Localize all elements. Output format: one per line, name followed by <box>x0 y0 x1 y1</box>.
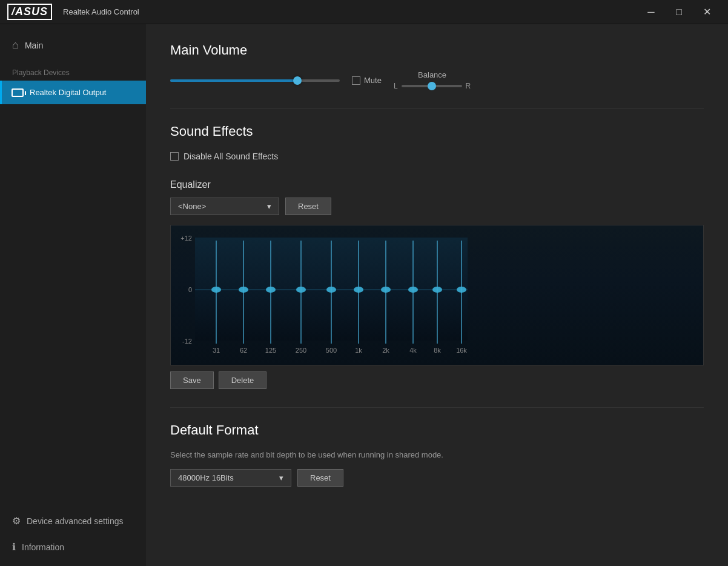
balance-slider-track[interactable] <box>402 85 462 87</box>
svg-point-21 <box>381 287 391 293</box>
asus-logo-text: /ASUS <box>7 4 52 20</box>
info-icon: ℹ <box>12 541 16 553</box>
svg-text:16k: 16k <box>456 347 467 354</box>
svg-text:2k: 2k <box>382 347 389 354</box>
main-volume-section: Main Volume Mute Balance L <box>170 42 704 90</box>
svg-point-18 <box>296 287 306 293</box>
chevron-down-icon-format: ▾ <box>279 473 283 482</box>
svg-point-20 <box>354 287 363 293</box>
sidebar-item-information[interactable]: ℹ Information <box>0 534 146 560</box>
sidebar-main-label: Main <box>25 41 43 50</box>
balance-group: Balance L R <box>394 70 471 90</box>
balance-track-row: L R <box>394 82 471 90</box>
svg-text:250: 250 <box>296 347 306 354</box>
default-format-description: Select the sample rate and bit depth to … <box>170 450 704 459</box>
sidebar-bottom: ⚙ Device advanced settings ℹ Information <box>0 508 146 566</box>
volume-row: Mute Balance L R <box>170 70 704 90</box>
minimize-button[interactable]: ─ <box>637 3 665 21</box>
default-format-title: Default Format <box>170 422 704 438</box>
sidebar-item-main[interactable]: ⌂ Main <box>0 30 146 60</box>
balance-title: Balance <box>394 70 471 79</box>
format-row: 48000Hz 16Bits ▾ Reset <box>170 469 704 487</box>
eq-save-button[interactable]: Save <box>170 371 214 389</box>
svg-text:4k: 4k <box>409 347 417 354</box>
sidebar-item-realtek-digital-output[interactable]: Realtek Digital Output <box>0 81 146 104</box>
main-content: Main Volume Mute Balance L <box>146 24 728 566</box>
main-volume-title: Main Volume <box>170 42 704 58</box>
app-title: Realtek Audio Control <box>63 7 139 16</box>
equalizer-title: Equalizer <box>170 179 704 190</box>
eq-chart: +12 0 -12 <box>170 225 704 365</box>
format-dropdown[interactable]: 48000Hz 16Bits ▾ <box>170 469 291 487</box>
chevron-down-icon: ▾ <box>267 202 271 211</box>
balance-slider-thumb[interactable] <box>428 82 436 90</box>
svg-point-19 <box>326 287 336 293</box>
svg-point-22 <box>408 287 418 293</box>
device-label: Realtek Digital Output <box>30 88 106 97</box>
svg-point-16 <box>239 287 248 293</box>
volume-slider-thumb[interactable] <box>293 76 302 85</box>
disable-sound-effects-checkbox[interactable] <box>170 152 179 161</box>
eq-svg: +12 0 -12 <box>177 231 474 359</box>
volume-slider-fill <box>170 79 297 82</box>
svg-point-15 <box>211 287 221 293</box>
device-advanced-settings-label: Device advanced settings <box>27 516 124 526</box>
svg-text:31: 31 <box>213 347 220 354</box>
format-reset-button[interactable]: Reset <box>297 469 343 487</box>
svg-text:+12: +12 <box>180 235 192 242</box>
eq-preset-dropdown[interactable]: <None> ▾ <box>170 198 279 215</box>
divider-1 <box>170 108 704 109</box>
default-format-section: Default Format Select the sample rate an… <box>170 422 704 487</box>
svg-text:62: 62 <box>240 347 247 354</box>
svg-text:-12: -12 <box>182 338 192 345</box>
balance-r-label: R <box>466 82 471 90</box>
close-button[interactable]: ✕ <box>693 3 721 21</box>
svg-text:125: 125 <box>265 347 276 354</box>
svg-point-24 <box>457 287 466 293</box>
gear-icon: ⚙ <box>12 515 21 527</box>
disable-sound-effects-label: Disable All Sound Effects <box>184 151 278 161</box>
svg-point-17 <box>266 287 276 293</box>
mute-area: Mute <box>352 76 382 85</box>
maximize-button[interactable]: □ <box>665 3 693 21</box>
eq-reset-button[interactable]: Reset <box>285 198 331 215</box>
eq-buttons: Save Delete <box>170 371 704 389</box>
eq-preset-value: <None> <box>178 202 206 211</box>
svg-text:500: 500 <box>326 347 337 354</box>
mute-label: Mute <box>364 76 382 85</box>
sound-effects-section: Sound Effects Disable All Sound Effects <box>170 124 704 161</box>
app-body: ⌂ Main Playback Devices Realtek Digital … <box>0 24 728 566</box>
home-icon: ⌂ <box>12 39 19 52</box>
app-logo: /ASUS Realtek Audio Control <box>7 4 139 20</box>
digital-output-icon <box>12 88 24 97</box>
volume-slider-track[interactable] <box>170 79 340 82</box>
equalizer-section: Equalizer <None> ▾ Reset <box>170 179 704 389</box>
information-label: Information <box>22 542 64 552</box>
balance-l-label: L <box>394 82 398 90</box>
playback-devices-label: Playback Devices <box>0 60 146 81</box>
sidebar-spacer <box>0 104 146 508</box>
disable-sound-effects-row: Disable All Sound Effects <box>170 151 704 161</box>
window-controls: ─ □ ✕ <box>637 3 721 21</box>
sidebar-item-device-advanced-settings[interactable]: ⚙ Device advanced settings <box>0 508 146 534</box>
divider-2 <box>170 407 704 408</box>
svg-point-23 <box>432 287 442 293</box>
eq-delete-button[interactable]: Delete <box>219 371 267 389</box>
sidebar: ⌂ Main Playback Devices Realtek Digital … <box>0 24 146 566</box>
titlebar: /ASUS Realtek Audio Control ─ □ ✕ <box>0 0 728 24</box>
mute-checkbox[interactable] <box>352 76 360 85</box>
svg-text:8k: 8k <box>434 347 441 354</box>
eq-controls-row: <None> ▾ Reset <box>170 198 704 215</box>
volume-slider-container <box>170 79 340 82</box>
sound-effects-title: Sound Effects <box>170 124 704 139</box>
svg-text:0: 0 <box>188 286 192 293</box>
format-value: 48000Hz 16Bits <box>178 473 234 482</box>
svg-text:1k: 1k <box>355 347 362 354</box>
